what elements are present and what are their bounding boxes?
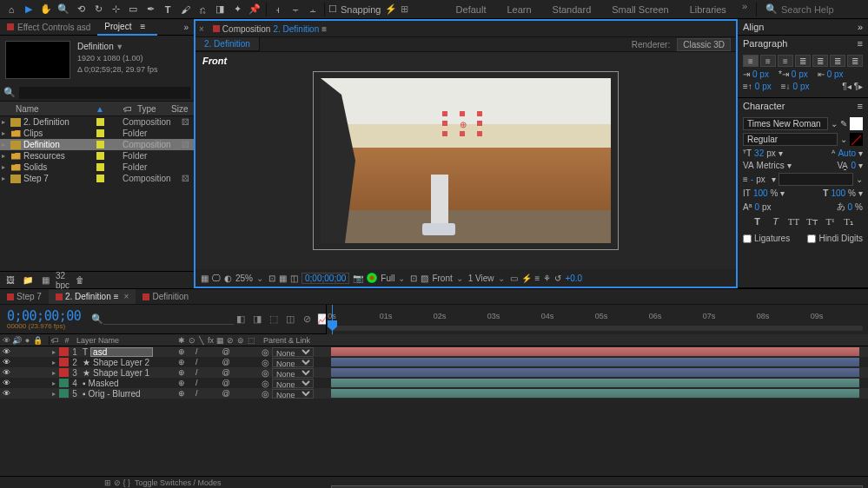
indent-first-value[interactable]: 0 px: [792, 69, 808, 79]
time-ruler[interactable]: 0s01s02s03s04s05s06s07s08s09s: [326, 305, 868, 334]
ltr-icon[interactable]: ¶▸: [854, 82, 863, 91]
tracking-value[interactable]: 0: [851, 161, 856, 170]
flowchart-icon[interactable]: ⚘: [543, 274, 551, 283]
fast-preview-icon[interactable]: ⚡: [521, 274, 532, 283]
zoom-tool-icon[interactable]: 🔍: [56, 2, 71, 17]
motion-blur-icon[interactable]: ⊘: [300, 313, 314, 326]
selection-tool-icon[interactable]: ▶: [21, 2, 36, 17]
brackets-icon[interactable]: { }: [123, 478, 130, 487]
faux-bold-button[interactable]: T: [751, 215, 765, 228]
resolution-dropdown[interactable]: Full⌄: [381, 274, 407, 283]
tab-project[interactable]: Project≡: [97, 19, 157, 36]
comp-thumbnail[interactable]: [5, 41, 70, 79]
indent-left-value[interactable]: 0 px: [752, 69, 769, 79]
preview-timecode[interactable]: 0;00;00;00: [301, 273, 349, 284]
layer-row[interactable]: 👁 ▸ 4 ▪Masked ⊕/@ ◎None: [0, 378, 868, 388]
delete-icon[interactable]: 🗑: [73, 274, 87, 287]
pan-behind-tool-icon[interactable]: ⊹: [108, 2, 123, 17]
stroke-color-swatch[interactable]: [850, 133, 863, 146]
frame-blend-icon[interactable]: ◫: [283, 313, 297, 326]
leading-value[interactable]: Auto: [838, 148, 856, 158]
home-icon[interactable]: ⌂: [3, 2, 19, 17]
align-right-icon[interactable]: ≡: [778, 55, 793, 67]
interpret-footage-icon[interactable]: 🖼: [3, 274, 17, 287]
workspace-standard[interactable]: Standard: [542, 1, 602, 18]
pen-tool-icon[interactable]: ✒: [142, 2, 158, 17]
solo-switch-icon[interactable]: ●: [23, 336, 32, 345]
draft-3d-icon[interactable]: ◨: [250, 313, 264, 326]
layer-row[interactable]: 👁 ▸ 5 ▪Orig - Blurred ⊕/@ ◎None: [0, 388, 868, 399]
video-switch-icon[interactable]: 👁: [2, 336, 11, 345]
panel-menu-icon[interactable]: »: [858, 22, 863, 32]
parent-dropdown[interactable]: None: [272, 389, 314, 399]
clone-tool-icon[interactable]: ⎌: [195, 2, 210, 17]
view-axis-icon[interactable]: ⫠: [305, 2, 321, 17]
faux-italic-button[interactable]: T: [769, 215, 783, 228]
layer-bar[interactable]: [331, 347, 859, 356]
layer-bar[interactable]: [331, 358, 859, 366]
align-center-icon[interactable]: ≡: [760, 55, 776, 67]
paragraph-panel-title[interactable]: Paragraph: [743, 38, 787, 49]
exposure-value[interactable]: +0.0: [565, 274, 582, 283]
project-search-input[interactable]: [19, 87, 190, 99]
all-caps-button[interactable]: TT: [787, 215, 801, 228]
fill-color-swatch[interactable]: [850, 117, 863, 130]
subscript-button[interactable]: T₁: [842, 215, 856, 228]
project-item[interactable]: ▸DefinitionComposition⚄: [0, 139, 194, 150]
justify-all-icon[interactable]: ≣: [847, 55, 863, 67]
parent-pickwhip-icon[interactable]: @: [222, 389, 230, 398]
bpc-toggle[interactable]: 32 bpc: [56, 274, 70, 287]
composition-viewer[interactable]: Front ⊕: [195, 52, 736, 269]
timeline-tab[interactable]: Definition: [136, 289, 195, 304]
parent-pickwhip-icon[interactable]: @: [222, 379, 230, 387]
toggle-switches-modes[interactable]: Toggle Switches / Modes: [135, 478, 222, 487]
timeline-icon[interactable]: ≡: [535, 274, 540, 283]
eraser-tool-icon[interactable]: ◨: [212, 2, 228, 17]
align-panel-title[interactable]: Align: [743, 22, 764, 32]
zoom-dropdown[interactable]: 25%⌄: [235, 274, 265, 283]
space-after-value[interactable]: 0 px: [793, 82, 810, 91]
hscale-value[interactable]: 100: [831, 188, 845, 198]
parent-dropdown[interactable]: None: [272, 358, 314, 367]
layer-row[interactable]: 👁 ▸ 2 ★Shape Layer 2 ⊕/@ ◎None: [0, 357, 868, 367]
renderer-dropdown[interactable]: Classic 3D: [677, 38, 731, 51]
project-item[interactable]: ▸SolidsFolder: [0, 162, 194, 173]
snapshot-icon[interactable]: 📷: [353, 274, 363, 283]
font-family-dropdown[interactable]: Times New Roman: [743, 117, 828, 130]
project-item[interactable]: ▸Step 7Composition⚄: [0, 173, 194, 184]
project-item[interactable]: ▸ResourcesFolder: [0, 150, 194, 162]
eyedropper-icon[interactable]: ✎: [840, 119, 847, 129]
parent-dropdown[interactable]: None: [272, 347, 314, 357]
subview-tab[interactable]: 2. Definition: [195, 37, 260, 50]
hindi-digits-checkbox[interactable]: [807, 234, 816, 243]
layer-bar[interactable]: [331, 389, 859, 398]
parent-pickwhip-icon[interactable]: @: [222, 368, 230, 377]
current-time-indicator[interactable]: [332, 305, 333, 334]
workspace-learn[interactable]: Learn: [496, 1, 541, 18]
puppet-tool-icon[interactable]: 📌: [247, 2, 262, 17]
hand-tool-icon[interactable]: ✋: [38, 2, 54, 17]
timeline-search-input[interactable]: [103, 314, 234, 325]
lock-switch-icon[interactable]: 🔒: [33, 336, 43, 345]
views-layout-dropdown[interactable]: 1 View⌄: [468, 274, 507, 283]
channel-icon[interactable]: ◫: [290, 274, 298, 283]
justify-last-right-icon[interactable]: ≣: [830, 55, 845, 67]
3d-view-dropdown[interactable]: Front⌄: [432, 274, 464, 283]
workspace-default[interactable]: Default: [446, 1, 497, 18]
space-before-value[interactable]: 0 px: [755, 82, 772, 91]
stroke-width-value[interactable]: -: [751, 175, 753, 184]
rotate-tool-icon[interactable]: ↻: [90, 2, 106, 17]
character-panel-title[interactable]: Character: [743, 101, 785, 111]
vscale-value[interactable]: 100: [753, 188, 768, 198]
audio-switch-icon[interactable]: 🔊: [12, 336, 22, 345]
mask-icon[interactable]: ◐: [224, 274, 232, 283]
safe-zones-icon[interactable]: ⊡: [268, 274, 275, 283]
shy-icon[interactable]: ⬚: [267, 313, 281, 326]
kerning-value[interactable]: Metrics: [757, 161, 785, 170]
panel-overflow-icon[interactable]: »: [178, 23, 194, 32]
panel-menu-icon[interactable]: ≡: [858, 38, 863, 49]
ligatures-checkbox[interactable]: [743, 234, 752, 243]
baseline-value[interactable]: 0: [754, 202, 759, 212]
help-search[interactable]: 🔍: [760, 3, 865, 15]
composition-mini-flowchart-icon[interactable]: ◧: [234, 313, 248, 326]
